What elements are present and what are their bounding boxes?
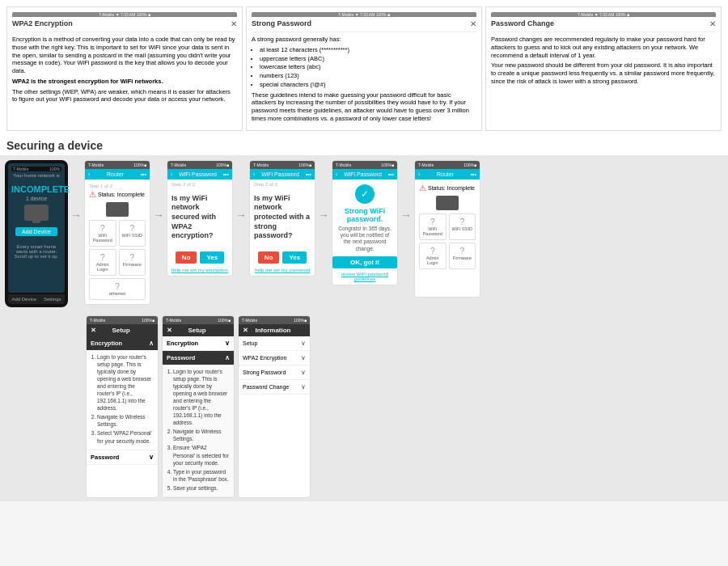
- wpa2-phone-bar: T-Mobile100%■: [167, 161, 232, 169]
- sp-close-icon[interactable]: ✕: [470, 19, 476, 29]
- setup1-step-3: Select 'WPA2 Personal' for your security…: [97, 429, 154, 444]
- wpa2-menu-icon[interactable]: •••: [223, 171, 229, 177]
- info-pw-change-label: Password Change: [243, 384, 289, 390]
- success-menu-icon[interactable]: •••: [388, 171, 394, 177]
- arrow-3: →: [235, 160, 247, 222]
- device-count: 1 device: [11, 196, 61, 201]
- info-strong-pw-item[interactable]: Strong Password ∨: [239, 365, 310, 380]
- spq-step-label: Step 2 of 2: [250, 180, 315, 189]
- setup2-close-icon[interactable]: ✕: [167, 327, 172, 334]
- setup2-encryption-header[interactable]: Encryption ∨: [163, 336, 234, 350]
- wifi-ssid-item[interactable]: ? WiFi SSID: [119, 220, 146, 247]
- sp-bullet-1: at least 12 characters (***********): [260, 46, 476, 54]
- info-screen: T-Mobile100%■ ✕ Information Setup ∨ WPA2…: [238, 315, 311, 499]
- router2-status-row: ⚠ Status: Incomplete: [419, 184, 476, 192]
- info-wpa2-item[interactable]: WPA2 Encryption ∨: [239, 351, 310, 365]
- success-title: Strong WiFi password.: [332, 207, 397, 223]
- wpa2-help-link[interactable]: help me set my encryption: [167, 268, 232, 276]
- spq-menu-icon[interactable]: •••: [306, 171, 311, 177]
- setup2-step-2: Navigate to Wireless Settings.: [173, 428, 230, 442]
- top-cards-section: T-Mobile ▼ 7:33 AM 100% ■ WPA2 Encryptio…: [0, 0, 728, 134]
- main-flow-area: T-Mobile100% Your home network is INCOMP…: [0, 155, 728, 312]
- strong-password-info-card: T-Mobile ▼ 7:33 AM 100% ■ Strong Passwor…: [246, 6, 482, 131]
- wpa2-close-icon[interactable]: ✕: [231, 19, 237, 29]
- nav-settings[interactable]: Settings: [44, 297, 61, 302]
- setup2-phone-bar: T-Mobile100%■: [163, 316, 234, 324]
- setup1-header: ✕ Setup: [87, 324, 158, 336]
- success-nav-bar: ‹ WiFi Password •••: [332, 169, 397, 180]
- wpa2-no-btn[interactable]: No: [176, 251, 197, 264]
- setup1-encryption-header[interactable]: Encryption ∧: [87, 336, 158, 350]
- info-strong-pw-label: Strong Password: [243, 370, 286, 375]
- wpa2-question-screen: T-Mobile100%■ ‹ WiFi Password ••• Step 2…: [167, 160, 233, 277]
- review-link[interactable]: review WiFi password guidelines: [332, 272, 397, 285]
- wpa2-body-rest: The other settings (WEP, WPA) are weaker…: [12, 88, 237, 104]
- spq-btn-row: No Yes: [250, 247, 315, 268]
- spq-phone-bar: T-Mobile100%■: [250, 161, 315, 169]
- setup2-header: ✕ Setup: [163, 324, 234, 336]
- setup1-password-header[interactable]: Password ∨: [87, 450, 158, 464]
- sp-card-title: Strong Password: [252, 19, 311, 29]
- strong-pw-question-screen: T-Mobile100%■ ‹ WiFi Password ••• Step 2…: [249, 160, 315, 277]
- router-menu-icon[interactable]: •••: [141, 171, 146, 177]
- router2-admin-login[interactable]: ? Admin Login: [419, 243, 447, 269]
- wpa2-back-icon[interactable]: ‹: [171, 171, 172, 177]
- network-label: Your home network is: [11, 173, 61, 178]
- info-phone-bar: T-Mobile100%■: [239, 316, 310, 324]
- bottom-row: T-Mobile100%■ ✕ Setup Encryption ∧ Login…: [0, 312, 728, 502]
- main-status-bar: T-Mobile100%: [11, 167, 61, 171]
- info-pw-change-chevron: ∨: [301, 383, 306, 391]
- pc-close-icon[interactable]: ✕: [709, 19, 716, 29]
- setup1-step-2: Navigate to Wireless Settings.: [97, 413, 154, 428]
- wpa2-step-label: Step 2 of 2: [167, 180, 232, 189]
- spq-help-link[interactable]: help me set my password: [250, 268, 315, 276]
- info-setup-item[interactable]: Setup ∨: [239, 336, 310, 351]
- router2-menu-icon[interactable]: •••: [471, 171, 476, 177]
- router2-back-icon[interactable]: ‹: [418, 171, 420, 177]
- wpa2-yes-btn[interactable]: Yes: [200, 251, 224, 264]
- sp-body: These guidelines intend to make guessing…: [252, 91, 476, 123]
- info-setup-chevron: ∨: [301, 340, 306, 347]
- phone-status-bar-sp: T-Mobile ▼ 7:33 AM 100% ■: [252, 12, 476, 17]
- setup2-password-content: Login to your router's setup page. This …: [163, 365, 234, 497]
- start-here-btn[interactable]: Add Device: [15, 227, 57, 236]
- incomplete-label: INCOMPLETE: [11, 184, 61, 194]
- pc-body2: Your new password should be different fr…: [491, 61, 716, 85]
- router2-firmware[interactable]: ? Firmware: [449, 243, 476, 269]
- wpa2-question-text: Is my WiFi network secured with WPA2 enc…: [171, 194, 228, 241]
- setup2-password-chevron: ∧: [225, 354, 230, 361]
- wpa2-nav-title: WiFi Password: [179, 171, 217, 177]
- sp-bullet-4: numbers (123): [260, 72, 476, 80]
- info-pw-change-item[interactable]: Password Change ∨: [239, 380, 310, 395]
- router2-question-grid: ? WiFi Password ? WiFi SSID ? Admin Logi…: [419, 213, 476, 269]
- info-close-icon[interactable]: ✕: [243, 327, 248, 334]
- router-back-icon[interactable]: ‹: [88, 171, 90, 177]
- firmware-item[interactable]: ? Firmware: [119, 249, 146, 276]
- wifi-password-item[interactable]: ? WiFi Password: [89, 220, 116, 247]
- ok-got-it-btn[interactable]: OK, got it: [332, 256, 397, 268]
- spq-back-icon[interactable]: ‹: [253, 171, 255, 177]
- router-status-row: ⚠ Status: Incomplete: [89, 190, 146, 199]
- ethernet-item[interactable]: ? ethemet: [89, 278, 146, 300]
- router2-wifi-ssid[interactable]: ? WiFi SSID: [449, 213, 476, 240]
- router2-wifi-pw[interactable]: ? WiFi Password: [419, 213, 447, 240]
- setup-screen-1: T-Mobile100%■ ✕ Setup Encryption ∧ Login…: [86, 315, 159, 499]
- setup2-title: Setup: [188, 327, 205, 334]
- setup1-close-icon[interactable]: ✕: [91, 327, 96, 334]
- setup1-phone-bar: T-Mobile100%■: [87, 316, 158, 324]
- setup1-encryption-content: Login to your router's setup page. This …: [87, 350, 158, 450]
- nav-add-device[interactable]: Add Device: [11, 297, 36, 302]
- router-status-text: Status: Incomplete: [98, 192, 145, 197]
- setup1-step-1: Login to your router's setup page. This …: [97, 353, 154, 412]
- setup1-encryption-accordion: Encryption ∧ Login to your router's setu…: [87, 336, 158, 450]
- admin-login-item[interactable]: ? Admin Login: [89, 249, 116, 276]
- wpa2-card-header: WPA2 Encryption ✕: [12, 19, 237, 32]
- info-wpa2-label: WPA2 Encryption: [243, 355, 286, 361]
- info-wpa2-chevron: ∨: [301, 354, 306, 361]
- setup2-password-header[interactable]: Password ∧: [163, 351, 234, 365]
- arrow-5: →: [400, 160, 412, 222]
- arrow-4: →: [318, 160, 329, 222]
- success-back-icon[interactable]: ‹: [336, 171, 337, 177]
- spq-yes-btn[interactable]: Yes: [282, 251, 307, 264]
- spq-no-btn[interactable]: No: [258, 251, 280, 264]
